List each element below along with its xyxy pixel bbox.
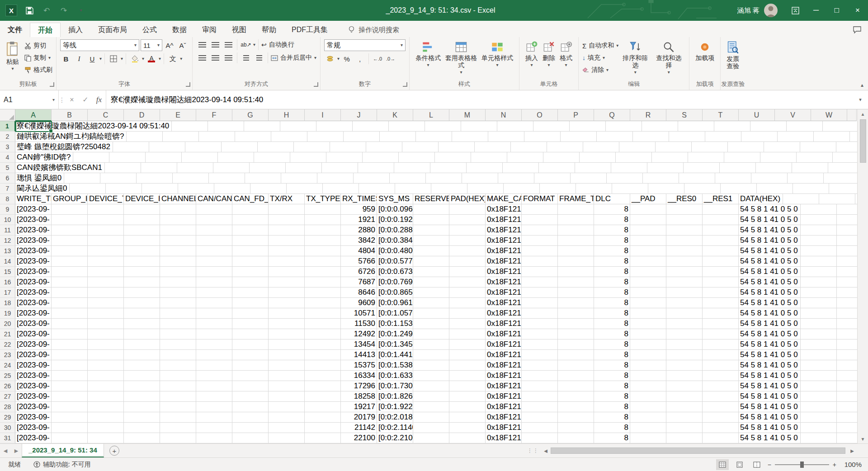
cell-H29[interactable]	[269, 412, 305, 423]
cell-I18[interactable]	[305, 298, 341, 308]
cell-B22[interactable]	[52, 339, 88, 350]
cell-N29[interactable]: 0x18F121E	[486, 412, 522, 423]
cell-E21[interactable]	[160, 329, 196, 339]
cell-C20[interactable]	[88, 319, 124, 329]
cell-A12[interactable]: [2023-09-	[15, 236, 52, 246]
column-header-V[interactable]: V	[775, 109, 811, 121]
cell-J19[interactable]: 10571	[341, 308, 377, 319]
cell-J21[interactable]: 12492	[341, 329, 377, 339]
cell-V3[interactable]	[836, 142, 857, 152]
cell-A9[interactable]: [2023-09-	[15, 204, 52, 215]
cell-N11[interactable]: 0x18F121E	[486, 225, 522, 236]
cell-I27[interactable]	[305, 391, 341, 402]
cell-P2[interactable]	[633, 132, 669, 142]
row-header-8[interactable]: 8	[0, 194, 15, 204]
cell-C10[interactable]	[88, 215, 124, 225]
cell-V18[interactable]	[801, 298, 837, 308]
cell-C5[interactable]	[141, 163, 177, 173]
row-header-12[interactable]: 12	[0, 236, 15, 246]
cell-R20[interactable]	[630, 319, 666, 329]
cell-D20[interactable]	[124, 319, 160, 329]
cell-D15[interactable]	[124, 267, 160, 277]
cell-K2[interactable]	[452, 132, 488, 142]
cell-A25[interactable]: [2023-09-	[15, 371, 52, 381]
horizontal-scroll-track[interactable]	[550, 447, 848, 454]
cell-B8[interactable]: GROUP_ID	[52, 194, 88, 204]
cell-G5[interactable]	[286, 163, 322, 173]
cell-O24[interactable]	[522, 360, 558, 371]
cell-C14[interactable]	[88, 256, 124, 267]
cell-A3[interactable]: 璧峰 鏃堕棿鎴圆锛?250482	[15, 142, 113, 152]
cell-I30[interactable]	[305, 423, 341, 433]
row-header-20[interactable]: 20	[0, 319, 15, 329]
row-header-6[interactable]: 6	[0, 173, 15, 184]
cell-K12[interactable]: [0:0:0.3840	[377, 236, 413, 246]
cell-O5[interactable]	[575, 163, 611, 173]
cell-I14[interactable]	[305, 256, 341, 267]
cell-J14[interactable]: 5766	[341, 256, 377, 267]
cell-Q7[interactable]	[612, 184, 648, 194]
cell-P25[interactable]	[558, 371, 594, 381]
cell-H23[interactable]	[269, 350, 305, 360]
cell-W24[interactable]	[837, 360, 857, 371]
cell-U22[interactable]: 54 5 8 1 41 0 5 0	[739, 339, 801, 350]
cell-N23[interactable]: 0x18F121E	[486, 350, 522, 360]
cell-R24[interactable]	[630, 360, 666, 371]
cell-J22[interactable]: 13454	[341, 339, 377, 350]
cell-K14[interactable]: [0:0:0.5770	[377, 256, 413, 267]
cell-L28[interactable]	[413, 402, 449, 412]
cell-B4[interactable]	[73, 152, 109, 163]
cell-I26[interactable]	[305, 381, 341, 391]
cell-N22[interactable]: 0x18F121E	[486, 339, 522, 350]
cell-E31[interactable]	[160, 433, 196, 443]
cell-W10[interactable]	[837, 215, 857, 225]
cell-Q23[interactable]: 8	[594, 350, 630, 360]
customize-qat-button[interactable]: ▾	[73, 3, 89, 18]
vertical-scroll-thumb[interactable]	[860, 119, 866, 163]
increase-decimal-button[interactable]: ←.0	[372, 53, 383, 64]
row-header-21[interactable]: 21	[0, 329, 15, 339]
cell-N15[interactable]: 0x18F121E	[486, 267, 522, 277]
cell-G15[interactable]	[232, 267, 269, 277]
row-header-7[interactable]: 7	[0, 184, 15, 194]
cell-O2[interactable]	[597, 132, 633, 142]
cell-P30[interactable]	[558, 423, 594, 433]
cell-E25[interactable]	[160, 371, 196, 381]
cell-V28[interactable]	[801, 402, 837, 412]
cell-G23[interactable]	[232, 350, 269, 360]
cell-P13[interactable]	[558, 246, 594, 256]
cell-W16[interactable]	[837, 277, 857, 287]
cell-U2[interactable]	[814, 132, 850, 142]
cell-T3[interactable]	[764, 142, 800, 152]
cell-J10[interactable]: 1921	[341, 215, 377, 225]
cell-S25[interactable]	[666, 371, 703, 381]
invoice-check-button[interactable]: 发票查验	[724, 39, 741, 71]
cell-T10[interactable]	[703, 215, 739, 225]
autosum-button[interactable]: Σ 自动求和 ▾	[582, 40, 618, 51]
scroll-right-button[interactable]: ▶	[848, 448, 856, 453]
number-format-select[interactable]: 常规 ▾	[324, 39, 406, 51]
cell-T15[interactable]	[703, 267, 739, 277]
cell-Q14[interactable]: 8	[594, 256, 630, 267]
cell-L1[interactable]	[533, 121, 570, 132]
cell-E13[interactable]	[160, 246, 196, 256]
cell-D18[interactable]	[124, 298, 160, 308]
cell-G31[interactable]	[232, 433, 269, 443]
cell-O18[interactable]	[522, 298, 558, 308]
cell-N17[interactable]: 0x18F121E	[486, 287, 522, 298]
cell-T22[interactable]	[703, 339, 739, 350]
cell-W13[interactable]	[837, 246, 857, 256]
cell-F9[interactable]	[196, 204, 232, 215]
cell-H28[interactable]	[269, 402, 305, 412]
cell-P5[interactable]	[611, 163, 647, 173]
cell-R5[interactable]	[684, 163, 720, 173]
cell-L8[interactable]: RESERVED	[413, 194, 449, 204]
cell-E22[interactable]	[160, 339, 196, 350]
cell-D1[interactable]	[244, 121, 280, 132]
zoom-percentage[interactable]: 100%	[841, 461, 862, 468]
cell-W20[interactable]	[837, 319, 857, 329]
maximize-button[interactable]: □	[826, 0, 847, 21]
cell-D26[interactable]	[124, 381, 160, 391]
orientation-button[interactable]: ab↗	[240, 39, 252, 50]
ribbon-display-options-button[interactable]	[785, 0, 806, 21]
